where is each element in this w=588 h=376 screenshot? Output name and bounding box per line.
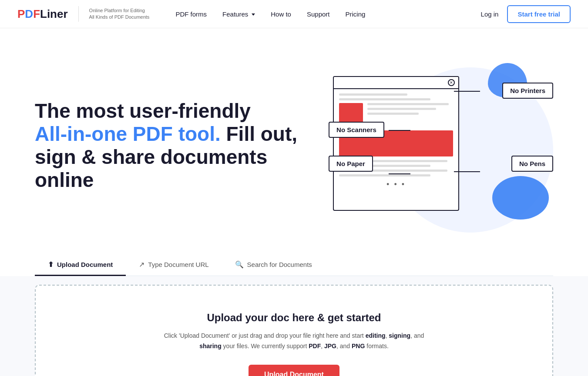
nav-pricing[interactable]: Pricing [345, 10, 365, 18]
pdf-window: ✕ [333, 76, 459, 211]
pdf-line [367, 108, 436, 110]
logo-divider [78, 6, 79, 22]
callout-no-scanners: No Scanners [329, 122, 384, 138]
pdf-line [367, 113, 419, 115]
upload-document-button[interactable]: Upload Document [249, 365, 339, 376]
upload-description: Click 'Upload Document' or just drag and… [164, 331, 425, 352]
nav-links: PDF forms Features How to Support Pricin… [175, 10, 480, 18]
hero-section: The most user-friendly All-in-one PDF to… [0, 28, 588, 246]
upload-format-jpg: JPG [324, 343, 336, 349]
hero-headline: The most user-friendly All-in-one PDF to… [35, 100, 320, 192]
blob-blue-bottom [492, 176, 549, 220]
nav-actions: Log in Start free trial [481, 5, 571, 23]
hero-visual: ✕ [320, 59, 553, 233]
logo-area[interactable]: PDF Liner Online Platform for Editing Al… [17, 6, 149, 22]
upload-section: Upload your doc here & get started Click… [0, 276, 588, 376]
hero-text: The most user-friendly All-in-one PDF to… [35, 100, 320, 192]
tab-upload-label: Upload Document [57, 261, 113, 268]
features-chevron-icon [250, 10, 255, 18]
upload-format-png: PNG [352, 343, 365, 349]
nav-features[interactable]: Features [222, 10, 255, 18]
pdf-line [339, 98, 430, 100]
tabs-bar: ⬆ Upload Document ↗ Type Document URL 🔍 … [35, 254, 553, 276]
tab-search[interactable]: 🔍 Search for Documents [222, 254, 325, 276]
upload-desc-plain: Click 'Upload Document' or just drag and… [164, 332, 366, 339]
hero-headline-line4: sign & share documents online [35, 146, 267, 191]
upload-desc-and: , and [410, 332, 424, 339]
pdf-line [339, 174, 430, 176]
logo-tagline: Online Platform for Editing All Kinds of… [89, 7, 150, 21]
search-icon: 🔍 [235, 260, 244, 269]
url-icon: ↗ [139, 260, 144, 269]
upload-desc-support: your files. We currently support [222, 343, 309, 349]
pdf-window-header: ✕ [334, 77, 458, 89]
callout-no-pens: No Pens [511, 156, 553, 172]
upload-dropzone[interactable]: Upload your doc here & get started Click… [35, 285, 553, 376]
hero-illustration: ✕ [320, 59, 553, 233]
tab-upload[interactable]: ⬆ Upload Document [35, 254, 126, 276]
callout-no-paper: No Paper [329, 156, 373, 172]
hero-headline-line1: The most user-friendly [35, 100, 251, 122]
upload-format-pdf: PDF [309, 343, 321, 349]
nav-support[interactable]: Support [307, 10, 330, 18]
upload-desc-sharing: sharing [199, 343, 222, 349]
hero-headline-blue: All-in-one PDF tool. [35, 123, 221, 145]
tab-url-label: Type Document URL [148, 261, 208, 268]
tabs-section: ⬆ Upload Document ↗ Type Document URL 🔍 … [0, 254, 588, 276]
upload-title: Upload your doc here & get started [53, 312, 535, 324]
tab-url[interactable]: ↗ Type Document URL [126, 254, 222, 276]
upload-desc-editing: editing [366, 332, 386, 339]
callout-no-printers: No Printers [502, 83, 553, 99]
hero-headline-line3: Fill out, [226, 123, 298, 145]
nav-how-to[interactable]: How to [271, 10, 291, 18]
close-icon: ✕ [448, 79, 455, 86]
logo-pdf: PDF [17, 7, 40, 21]
pdf-dots: • • • [339, 180, 453, 189]
pdf-line [339, 93, 407, 96]
pdf-line [367, 103, 449, 105]
start-free-trial-button[interactable]: Start free trial [507, 5, 571, 23]
nav-pdf-forms[interactable]: PDF forms [175, 10, 207, 18]
navbar: PDF Liner Online Platform for Editing Al… [0, 0, 588, 28]
upload-desc-signing: signing [389, 332, 410, 339]
logo: PDF Liner [17, 7, 68, 21]
tab-search-label: Search for Documents [247, 261, 312, 268]
login-link[interactable]: Log in [481, 10, 499, 18]
pdf-content: • • • [334, 89, 458, 193]
upload-icon: ⬆ [48, 260, 54, 269]
logo-liner: Liner [40, 7, 68, 21]
